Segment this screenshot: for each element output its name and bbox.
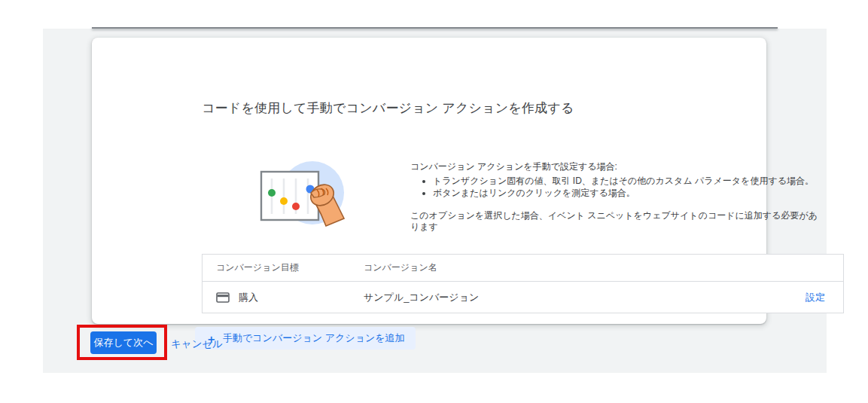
column-header-name: コンバージョン名 xyxy=(364,261,771,274)
column-header-goal: コンバージョン目標 xyxy=(203,261,364,274)
goal-label: 購入 xyxy=(239,291,258,304)
conversion-name-cell: サンプル_コンバージョン xyxy=(364,291,771,304)
table-row: 購入 サンプル_コンバージョン 設定 xyxy=(203,282,843,313)
add-conversion-action-label: 手動でコンバージョン アクションを追加 xyxy=(223,331,405,345)
save-and-next-button[interactable]: 保存して次へ xyxy=(90,331,157,354)
yellow-slider-dot xyxy=(280,197,288,205)
conversion-actions-table: コンバージョン目標 コンバージョン名 購入 サンプル_コンバージョン 設 xyxy=(202,254,844,313)
description-bullet: ボタンまたはリンクのクリックを測定する場合。 xyxy=(433,188,821,200)
description-bullet: トランザクション固有の値、取引 ID、またはその他のカスタム パラメータを使用す… xyxy=(433,176,821,188)
goal-cell: 購入 xyxy=(203,291,364,304)
previous-card-shadow-divider xyxy=(92,27,778,29)
red-slider-dot xyxy=(292,203,300,210)
settings-link[interactable]: 設定 xyxy=(806,292,825,303)
description-bullet-list: トランザクション固有の値、取引 ID、またはその他のカスタム パラメータを使用す… xyxy=(410,176,821,200)
manual-conversion-card: コンバージョン アクションを手動で設定する場合: トランザクション固有の値、取引… xyxy=(92,38,766,324)
sliders-hand-illustration xyxy=(237,151,350,241)
description-intro: コンバージョン アクションを手動で設定する場合: xyxy=(410,161,821,173)
page-title: コードを使用して手動でコンバージョン アクションを作成する xyxy=(202,99,574,117)
event-snippet-note: このオプションを選択した場合、イベント スニペットをウェブサイトのコードに追加す… xyxy=(410,210,821,234)
manual-setup-description: コンバージョン アクションを手動で設定する場合: トランザクション固有の値、取引… xyxy=(410,161,821,234)
green-slider-dot xyxy=(268,189,276,197)
cancel-link[interactable]: キャンセル xyxy=(171,337,223,351)
add-conversion-action-button[interactable]: ＋ 手動でコンバージョン アクションを追加 xyxy=(195,327,416,350)
page-container: コンバージョン アクションを手動で設定する場合: トランザクション固有の値、取引… xyxy=(0,0,868,403)
table-header-row: コンバージョン目標 コンバージョン名 xyxy=(203,255,843,282)
credit-card-icon xyxy=(216,292,230,303)
